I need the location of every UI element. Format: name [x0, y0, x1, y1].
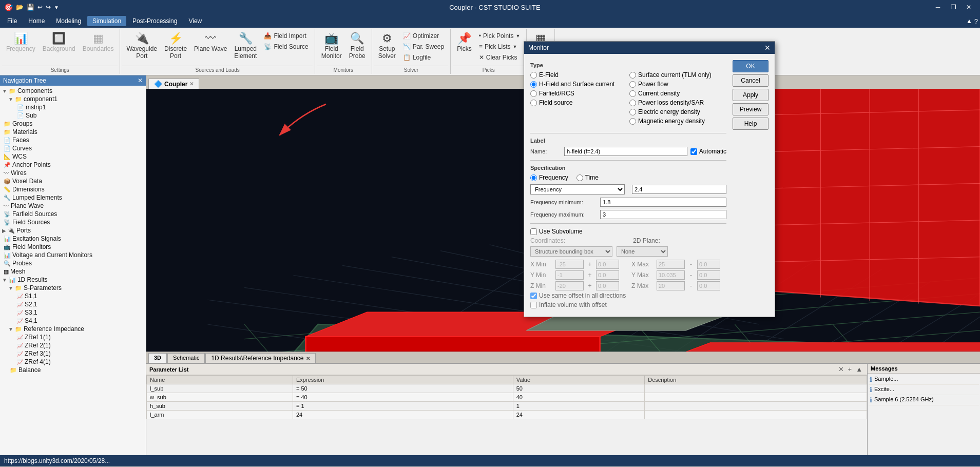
subvolume-checkbox[interactable]	[530, 228, 537, 235]
freq-min-input[interactable]	[600, 198, 726, 207]
tree-item-mstrip1[interactable]: 📄mstrip1	[0, 103, 146, 111]
table-row[interactable]: w_sub= 4040	[147, 393, 867, 402]
clear-picks-button[interactable]: ✕ Clear Picks	[476, 52, 523, 63]
tree-item-zref1[interactable]: 📈ZRef 1(1)	[0, 333, 146, 341]
tree-item-wires[interactable]: 〰Wires	[0, 169, 146, 177]
minimize-button[interactable]: ─	[931, 2, 945, 13]
type-power-flow[interactable]: Power flow	[629, 81, 726, 88]
y-min-input[interactable]	[555, 270, 584, 280]
tree-item-zref2[interactable]: 📈ZRef 2(1)	[0, 341, 146, 349]
tree-item-1d-results[interactable]: ▼📊1D Results	[0, 276, 146, 284]
pick-points-button[interactable]: • Pick Points ▼	[476, 31, 523, 41]
logfile-button[interactable]: 📋 Logfile	[400, 52, 447, 63]
pick-lists-button[interactable]: ≡ Pick Lists ▼	[476, 42, 523, 52]
tab-1d-results[interactable]: 1D Results\Reference Impedance ✕	[205, 353, 315, 363]
messages-content[interactable]: ℹSample...ℹExcite...ℹSample 6 (2.5284 GH…	[868, 374, 980, 455]
type-field-source[interactable]: Field source	[530, 99, 627, 106]
freq-max-input[interactable]	[600, 210, 726, 219]
tree-item-sub[interactable]: 📄Sub	[0, 111, 146, 120]
z-max-minus-input[interactable]	[697, 281, 720, 290]
coupler-tab-close[interactable]: ✕	[189, 81, 194, 87]
field-monitor-button[interactable]: 📺 FieldMonitor	[318, 31, 345, 62]
tree-item-materials[interactable]: 📁Materials	[0, 128, 146, 136]
tree-item-mesh[interactable]: ▦Mesh	[0, 267, 146, 276]
background-button[interactable]: 🔲 Background	[40, 31, 79, 54]
param-up-button[interactable]: ▲	[854, 365, 864, 374]
tree-item-faces[interactable]: 📄Faces	[0, 136, 146, 144]
tree-item-groups[interactable]: 📁Groups	[0, 120, 146, 128]
tree-item-zref3[interactable]: 📈ZRef 3(1)	[0, 349, 146, 358]
tree-item-wcs[interactable]: 📐WCS	[0, 152, 146, 161]
param-list-close[interactable]: ✕	[837, 365, 846, 374]
x-max-input[interactable]	[657, 260, 685, 269]
tree-item-balance[interactable]: 📁Balance	[0, 366, 146, 374]
tree-item-plane-wave[interactable]: 〰Plane Wave	[0, 202, 146, 210]
apply-button[interactable]: Apply	[733, 89, 768, 101]
y-min-plus-input[interactable]	[596, 270, 619, 280]
monitor-dialog-close[interactable]: ✕	[764, 44, 771, 52]
tree-item-voxel-data[interactable]: 📦Voxel Data	[0, 177, 146, 185]
boundaries-button[interactable]: ▦ Boundaries	[80, 31, 117, 54]
x-max-minus-input[interactable]	[697, 260, 720, 269]
close-button[interactable]: ✕	[962, 2, 976, 13]
tree-item-s11[interactable]: 📈S1,1	[0, 292, 146, 300]
type-magnetic-energy[interactable]: Magnetic energy density	[629, 118, 726, 125]
tree-item-anchor-points[interactable]: 📌Anchor Points	[0, 161, 146, 169]
tree-item-components[interactable]: ▼📁Components	[0, 87, 146, 95]
menu-post-processing[interactable]: Post-Processing	[127, 16, 182, 26]
tab-3d[interactable]: 3D	[148, 353, 167, 363]
tree-item-lumped-elements[interactable]: 🔧Lumped Elements	[0, 193, 146, 202]
y-max-input[interactable]	[657, 270, 685, 280]
menu-view[interactable]: View	[183, 16, 207, 26]
spec-time-radio[interactable]: Time	[577, 174, 599, 181]
coupler-tab[interactable]: 🔷 Coupler ✕	[148, 79, 199, 89]
name-input[interactable]	[564, 147, 687, 156]
help-icon[interactable]: ?	[974, 17, 978, 25]
automatic-checkbox-label[interactable]: Automatic	[690, 148, 726, 155]
z-min-input[interactable]	[555, 281, 584, 290]
optimizer-button[interactable]: 📈 Optimizer	[400, 31, 447, 41]
param-add-button[interactable]: +	[847, 365, 854, 374]
table-row[interactable]: l_arm2424	[147, 411, 867, 419]
field-probe-button[interactable]: 🔍 FieldProbe	[346, 31, 369, 62]
tree-item-s41[interactable]: 📈S4,1	[0, 317, 146, 325]
pick-points-dropdown[interactable]: ▼	[515, 33, 520, 38]
setup-solver-button[interactable]: ⚙ SetupSolver	[375, 31, 399, 62]
restore-button[interactable]: ❐	[946, 2, 960, 13]
lumped-element-button[interactable]: 🔧 LumpedElement	[231, 31, 260, 62]
table-row[interactable]: h_sub= 11	[147, 402, 867, 411]
picks-button[interactable]: 📌 Picks	[454, 31, 475, 54]
spec-frequency-radio[interactable]: Frequency	[530, 174, 568, 181]
nav-tree-content[interactable]: ▼📁Components▼📁component1 📄mstrip1 📄Sub 📁…	[0, 86, 146, 455]
tab-schematic[interactable]: Schematic	[167, 353, 205, 363]
plane-2d-dropdown[interactable]: None	[617, 246, 668, 257]
type-power-loss[interactable]: Power loss density/SAR	[629, 99, 726, 106]
tree-item-s21[interactable]: 📈S2,1	[0, 300, 146, 308]
menu-home[interactable]: Home	[23, 16, 50, 26]
tree-item-field-sources[interactable]: 📡Field Sources	[0, 218, 146, 226]
type-electric-energy[interactable]: Electric energy density	[629, 108, 726, 115]
tree-item-ports[interactable]: ▶🔌Ports	[0, 226, 146, 235]
field-source-button[interactable]: 📡 Field Source	[261, 42, 311, 52]
tree-item-farfield-sources[interactable]: 📡Farfield Sources	[0, 210, 146, 218]
undo-icon[interactable]: ↩	[37, 4, 43, 11]
type-surface-current[interactable]: Surface current (TLM only)	[629, 71, 726, 79]
type-current-density[interactable]: Current density	[629, 90, 726, 97]
pick-lists-dropdown[interactable]: ▼	[513, 44, 517, 49]
redo-icon[interactable]: ↪	[46, 4, 51, 11]
preview-button[interactable]: Preview	[733, 103, 768, 115]
menu-modeling[interactable]: Modeling	[51, 16, 86, 26]
par-sweep-button[interactable]: 📉 Par. Sweep	[400, 42, 447, 52]
frequency-value-input[interactable]	[632, 185, 726, 194]
tree-item-field-monitors[interactable]: 📺Field Monitors	[0, 243, 146, 251]
type-h-field[interactable]: H-Field and Surface current	[530, 81, 627, 88]
frequency-dropdown[interactable]: Frequency	[530, 184, 625, 194]
menu-simulation[interactable]: Simulation	[87, 16, 126, 26]
nav-tree-close[interactable]: ✕	[138, 77, 143, 84]
tree-item-component1[interactable]: ▼📁component1	[0, 95, 146, 103]
tree-item-s-parameters[interactable]: ▼📁S-Parameters	[0, 284, 146, 292]
x-min-input[interactable]	[555, 260, 584, 269]
tree-item-s31[interactable]: 📈S3,1	[0, 308, 146, 317]
tree-item-dimensions[interactable]: 📏Dimensions	[0, 185, 146, 193]
tree-item-zref4[interactable]: 📈ZRef 4(1)	[0, 358, 146, 366]
